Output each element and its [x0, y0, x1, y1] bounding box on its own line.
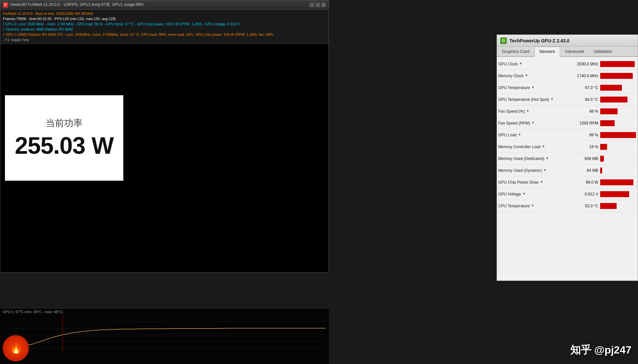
- sensor-dropdown-icon[interactable]: ▼: [546, 156, 550, 161]
- sensor-bar-container: [600, 156, 636, 162]
- sensor-row: GPU Voltage▼0.912 V: [497, 188, 638, 200]
- sensor-bar: [600, 144, 607, 150]
- sensor-name-label: GPU Voltage▼: [498, 192, 564, 196]
- sensor-name-label: Fan Speed (%)▼: [498, 109, 564, 114]
- maximize-button[interactable]: □: [315, 3, 320, 7]
- sensor-bar-container: [600, 203, 636, 209]
- sensor-bar: [600, 85, 622, 91]
- sensor-value: 53.0 °C: [564, 204, 600, 208]
- temp-graph-canvas: [0, 315, 329, 354]
- gpuz-logo-icon: G: [500, 37, 507, 44]
- sensor-value: 67.0 °C: [564, 85, 600, 90]
- sensor-bar-container: [600, 97, 636, 102]
- furmark-title: Geeks3D FurMark v1.29.0.0 - 128FPS, GPU1…: [10, 2, 309, 8]
- sensor-dropdown-icon[interactable]: ▼: [531, 204, 536, 208]
- power-label: 当前功率: [46, 117, 83, 129]
- sensor-name-label: GPU Temperature (Hot Spot)▼: [498, 97, 564, 102]
- gpuz-title: TechPowerUp GPU-Z 2.43.0: [509, 38, 570, 43]
- close-button[interactable]: ✕: [321, 3, 326, 7]
- sensor-dropdown-icon[interactable]: ▼: [526, 109, 531, 114]
- sensor-value: 19 %: [564, 145, 600, 149]
- sensor-value: 48 %: [564, 109, 600, 114]
- sensor-dropdown-icon[interactable]: ▼: [543, 168, 548, 173]
- sensor-dropdown-icon[interactable]: ▼: [531, 121, 536, 125]
- tab-graphics-card[interactable]: Graphics Card: [497, 47, 534, 56]
- sensor-value: 99.0 W: [564, 180, 600, 185]
- furmark-info-panel: FurMark v1.29.0.0 - Burn-in test, 1920x1…: [0, 10, 329, 44]
- sensor-bar: [600, 203, 617, 209]
- furmark-icon: F: [3, 2, 8, 8]
- tab-advanced[interactable]: Advanced: [560, 47, 589, 56]
- sensor-row: CPU Temperature▼53.0 °C: [497, 200, 638, 212]
- sensor-name-label: Memory Clock▼: [498, 74, 564, 78]
- sensor-bar-container: [600, 61, 636, 67]
- sensor-bar-container: [600, 168, 636, 173]
- sensor-bar: [600, 132, 636, 138]
- power-value: 255.03 W: [15, 132, 113, 159]
- sensor-dropdown-icon[interactable]: ▼: [551, 97, 555, 102]
- sensor-value: 1593 RPM: [564, 121, 600, 125]
- gpuz-tabs[interactable]: Graphics Card Sensors Advanced Validatio…: [497, 47, 638, 57]
- furmark-info-line-0: FurMark v1.29.0.0 - Burn-in test, 1920x1…: [3, 11, 326, 16]
- sensor-dropdown-icon[interactable]: ▼: [542, 145, 547, 149]
- sensor-row: Memory Clock▼1740.0 MHz: [497, 70, 638, 82]
- furmark-titlebar: F Geeks3D FurMark v1.29.0.0 - 128FPS, GP…: [0, 0, 329, 10]
- sensor-bar-container: [600, 144, 636, 150]
- tab-validation[interactable]: Validation: [589, 47, 617, 56]
- sensor-dropdown-icon[interactable]: ▼: [522, 192, 527, 196]
- tab-sensors[interactable]: Sensors: [534, 47, 560, 57]
- furmark-info-line-4: > GPU 1 (AMD Radeon RX 6600 XT) - core: …: [3, 32, 326, 37]
- sensor-name-label: Fan Speed (RPM)▼: [498, 121, 564, 125]
- sensor-dropdown-icon[interactable]: ▼: [531, 85, 536, 90]
- furmark-window-controls[interactable]: — □ ✕: [309, 3, 326, 7]
- sensor-name-label: Memory Used (Dynamic)▼: [498, 168, 564, 173]
- sensor-name-label: GPU Clock▼: [498, 62, 564, 66]
- furmark-info-line-1: Frames:79996 - time:00:10:26 - FPS:128 (…: [3, 16, 326, 21]
- sensor-bar-container: [600, 108, 636, 114]
- sensor-list: GPU Clock▼2030.0 MHzMemory Clock▼1740.0 …: [497, 57, 638, 279]
- sensor-bar: [600, 156, 604, 162]
- temp-graph-label: GPU 1: 67°C (min: 30°C - max: 68°C): [0, 308, 329, 315]
- sensor-name-label: GPU Chip Power Draw▼: [498, 180, 564, 185]
- sensor-value: 84.0 °C: [564, 97, 600, 102]
- sensor-row: GPU Load▼99 %: [497, 129, 638, 141]
- sensor-bar: [600, 108, 618, 114]
- sensor-value: 2030.0 MHz: [564, 62, 600, 66]
- sensor-dropdown-icon[interactable]: ▼: [540, 180, 545, 185]
- sensor-bar: [600, 179, 633, 185]
- sensor-bar-container: [600, 191, 636, 197]
- sensor-bar: [600, 97, 627, 102]
- sensor-row: GPU Clock▼2030.0 MHz: [497, 58, 638, 70]
- sensor-name-label: GPU Load▼: [498, 133, 564, 137]
- sensor-bar-container: [600, 132, 636, 138]
- furmark-info-line-3: > OpenGL renderer: AMD Radeon RX 6680: [3, 27, 326, 32]
- sensor-bar: [600, 168, 602, 173]
- sensor-row: Fan Speed (RPM)▼1593 RPM: [497, 117, 638, 129]
- sensor-row: Fan Speed (%)▼48 %: [497, 105, 638, 117]
- temp-graph-svg: [3, 315, 326, 351]
- sensor-bar-container: [600, 120, 636, 126]
- temp-graph-area: GPU 1: 67°C (min: 30°C - max: 68°C): [0, 308, 329, 364]
- sensor-dropdown-icon[interactable]: ▼: [518, 133, 523, 137]
- sensor-row: Memory Used (Dedicated)▼608 MB: [497, 153, 638, 165]
- sensor-bar: [600, 120, 615, 126]
- sensor-value: 0.912 V: [564, 192, 600, 196]
- gpuz-panel: G TechPowerUp GPU-Z 2.43.0 Graphics Card…: [497, 34, 638, 281]
- sensor-bar: [600, 191, 629, 197]
- gpuz-titlebar: G TechPowerUp GPU-Z 2.43.0: [497, 35, 638, 47]
- sensor-value: 99 %: [564, 133, 600, 137]
- sensor-name-label: Memory Used (Dedicated)▼: [498, 156, 564, 161]
- sensor-value: 608 MB: [564, 156, 600, 161]
- sensor-row: GPU Chip Power Draw▼99.0 W: [497, 176, 638, 188]
- sensor-name-label: CPU Temperature▼: [498, 204, 564, 208]
- furmark-info-line-2: { GPU-Z: core: 2040 MHz - mem: 1740 MHz …: [3, 21, 326, 27]
- sensor-bar-container: [600, 85, 636, 91]
- sensor-value: 84 MB: [564, 168, 600, 173]
- sensor-dropdown-icon[interactable]: ▼: [525, 74, 529, 78]
- sensor-row: GPU Temperature (Hot Spot)▼84.0 °C: [497, 94, 638, 105]
- watermark-text: 知乎 @pj247: [570, 343, 631, 357]
- sensor-dropdown-icon[interactable]: ▼: [519, 62, 524, 66]
- minimize-button[interactable]: —: [309, 3, 314, 7]
- sensor-value: 1740.0 MHz: [564, 74, 600, 78]
- sensor-bar-container: [600, 73, 636, 79]
